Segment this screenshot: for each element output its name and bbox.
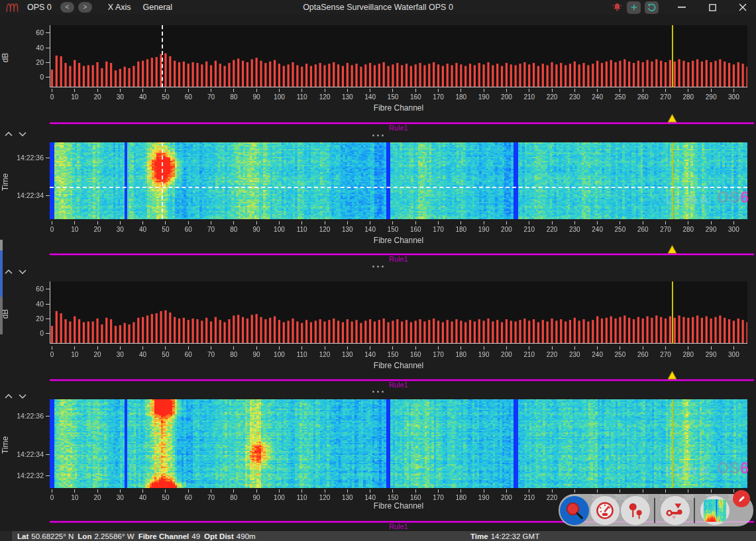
route-tool-button[interactable] [661,496,690,525]
intensity-bar-chart[interactable] [50,25,747,87]
x-tick-mark [484,221,484,224]
x-tick-label: 80 [224,351,244,358]
close-button[interactable] [735,0,750,15]
x-tick-label: 60 [178,351,198,358]
x-tick-mark [665,89,666,92]
collapse-down-button[interactable] [19,270,27,274]
x-tick-label: 140 [360,93,380,101]
waterfall-heatmap[interactable] [50,142,747,219]
waterfall-panel-top: Time 14:22:3614:22:34 LUNA OS6 010203040… [0,130,756,268]
x-tick-label: 290 [701,226,721,233]
x-tick-label: 120 [315,494,335,501]
edit-tools-button[interactable] [733,490,750,507]
x-tick-label: 60 [178,226,198,233]
time-tick-label: 14:22:36 [0,412,44,420]
x-tick-mark [97,489,98,493]
x-tick-mark [256,346,257,350]
pins-tool-button[interactable] [621,496,650,525]
x-tick-mark [574,346,575,350]
x-tick-mark [97,346,98,350]
ops-tab-label[interactable]: OPS 0 [27,3,52,12]
intensity-bar-chart[interactable] [50,281,747,344]
x-tick-mark [688,489,688,493]
x-tick-mark [552,221,553,224]
crosshair-vertical-line [162,142,163,219]
x-tick-mark [211,489,211,493]
rule-row: Rule1 [50,252,754,263]
collapse-up-button[interactable] [5,394,13,399]
menu-x-axis[interactable]: X Axis [108,3,131,12]
maximize-button[interactable] [705,0,720,15]
tool-palette [559,494,753,526]
back-button[interactable]: < [60,2,74,13]
rule-label: Rule1 [50,381,747,389]
x-tick-mark [233,221,234,224]
x-tick-label: 180 [451,494,471,501]
x-tick-label: 170 [429,93,449,101]
x-tick-label: 30 [110,93,130,101]
x-tick-label: 180 [451,226,471,233]
x-tick-label: 10 [65,351,85,358]
x-tick-label: 150 [383,494,403,501]
x-tick-mark [597,89,598,92]
minimize-button[interactable] [675,0,689,15]
collapse-up-button[interactable] [5,270,13,274]
x-tick-label: 220 [542,93,562,101]
x-tick-mark [347,89,348,92]
x-tick-label: 20 [87,93,107,101]
intensity-plot-area[interactable] [50,281,747,344]
x-tick-mark [506,489,507,493]
menu-general[interactable]: General [143,3,172,12]
x-tick-mark [506,221,507,224]
x-tick-mark [120,346,121,350]
x-tick-mark [233,489,234,493]
collapse-down-button[interactable] [19,394,27,399]
x-tick-mark [370,489,370,493]
x-tick-mark [392,221,393,224]
collapse-up-button[interactable] [5,132,13,136]
x-tick-label: 90 [246,351,266,358]
forward-button[interactable]: > [78,2,92,13]
reset-view-button[interactable] [645,1,659,14]
x-tick-mark [484,346,484,350]
x-tick-mark [733,89,734,92]
alarm-bell-icon[interactable] [612,2,623,13]
x-tick-mark [460,346,461,350]
toolbar-divider [694,498,695,523]
x-tick-label: 60 [178,93,198,101]
x-tick-mark [438,89,439,92]
x-tick-mark [438,346,439,350]
intensity-plot-area[interactable] [50,25,747,87]
status-lat: Lat50.68225° N [17,532,74,540]
x-tick-label: 50 [156,494,176,501]
x-tick-label: 30 [110,226,130,233]
waterfall-plot-area[interactable]: LUNA OS6 [50,142,747,219]
x-tick-mark [370,221,370,224]
x-tick-mark [188,221,189,224]
waterfall-view-button[interactable] [700,496,729,525]
pencil-icon [737,495,746,503]
x-tick-label: 10 [65,93,85,101]
x-tick-label: 20 [87,226,107,233]
x-tick-label: 100 [269,351,289,358]
zoom-tool-button[interactable] [560,496,589,525]
collapse-down-button[interactable] [19,132,27,136]
magnifier-icon [565,501,584,520]
x-tick-label: 210 [519,226,539,233]
status-bar-inset [0,531,12,541]
x-tick-mark [506,89,507,92]
x-tick-mark [506,346,507,350]
y-tick-label: 20 [0,58,44,66]
x-tick-label: 120 [315,93,335,101]
x-tick-label: 280 [678,93,698,101]
gauge-tool-button[interactable] [590,496,620,525]
waterfall-plot-area[interactable]: LUNA OS6 [50,399,747,488]
x-tick-label: 100 [269,226,289,233]
x-tick-label: 90 [246,494,266,501]
waterfall-heatmap[interactable] [50,399,747,488]
add-view-button[interactable] [627,1,641,14]
x-axis-ticks: 0102030405060708090100110120130140150160… [50,346,747,360]
x-tick-label: 150 [383,93,403,101]
x-tick-mark [415,489,416,493]
x-tick-mark [643,489,643,493]
